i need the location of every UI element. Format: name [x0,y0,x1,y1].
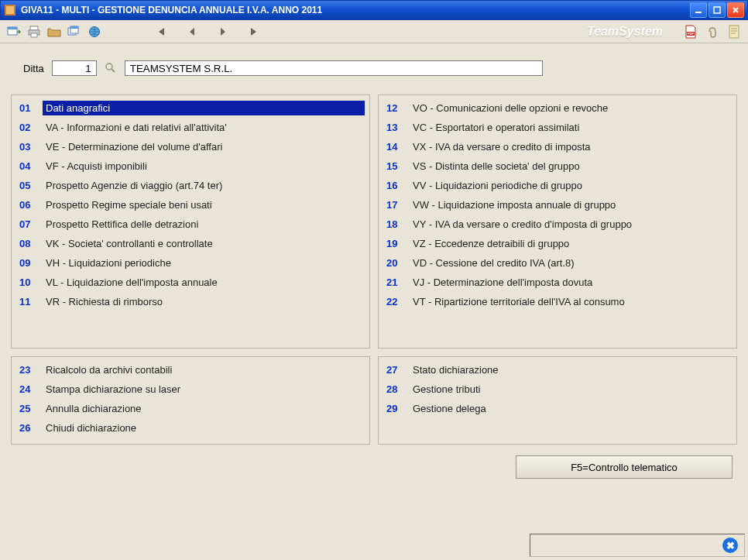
menu-item-number: 17 [383,199,410,211]
menu-item-label: Prospetto Agenzie di viaggio (art.74 ter… [43,178,365,193]
note-icon[interactable] [726,24,742,40]
menu-item-06[interactable]: 06Prospetto Regime speciale beni usati [16,195,365,215]
maximize-button[interactable] [709,2,726,18]
menu-item-05[interactable]: 05Prospetto Agenzie di viaggio (art.74 t… [16,176,365,195]
ditta-label: Ditta [23,63,44,74]
menu-item-label: VA - Informazioni e dati relativi all'at… [43,120,365,135]
menu-item-number: 08 [16,238,43,249]
svg-rect-8 [31,33,37,37]
print-icon[interactable] [26,24,42,40]
pdf-icon[interactable]: PDF [683,24,698,40]
brand-logo: TeamSystem [265,25,678,39]
svg-rect-3 [714,7,720,13]
menu-item-04[interactable]: 04VF - Acquisti imponibili [16,156,365,176]
nav-next-icon[interactable] [217,26,229,38]
menu-item-08[interactable]: 08VK - Societa' controllanti e controlla… [16,234,365,253]
app-icon [4,4,16,16]
menu-item-07[interactable]: 07Prospetto Rettifica delle detrazioni [16,215,365,234]
svg-text:PDF: PDF [688,32,695,36]
menu-item-18[interactable]: 18VY - IVA da versare o credito d'impost… [383,215,732,234]
nav-first-icon[interactable] [155,26,167,38]
menu-item-24[interactable]: 24Stampa dichiarazione su laser [16,380,365,399]
menu-item-02[interactable]: 02VA - Informazioni e dati relativi all'… [16,118,365,137]
menu-item-label: Chiudi dichiarazione [43,421,365,435]
menu-item-23[interactable]: 23Ricalcolo da archivi contabili [16,360,365,380]
menu-item-28[interactable]: 28Gestione tributi [383,380,732,399]
windows-icon[interactable] [67,24,82,40]
globe-icon[interactable] [87,24,102,40]
menu-item-03[interactable]: 03VE - Determinazione del volume d'affar… [16,137,365,156]
svg-point-16 [106,64,112,70]
window-title: GIVA11 - MULTI - GESTIONE DENUNCIA ANNUA… [21,5,690,15]
menu-item-number: 20 [383,257,410,269]
menu-item-17[interactable]: 17VW - Liquidazione imposta annuale di g… [383,195,732,215]
menu-item-number: 03 [16,141,43,153]
menu-item-number: 04 [16,160,43,172]
menu-item-label: VE - Determinazione del volume d'affari [43,139,365,154]
svg-rect-11 [70,26,78,29]
menu-item-number: 02 [16,122,43,133]
menu-item-label: VK - Societa' controllanti e controllate [43,236,365,251]
menu-item-number: 06 [16,199,43,211]
menu-item-label: VZ - Eccedenze detraibili di gruppo [410,236,732,251]
menu-item-13[interactable]: 13VC - Esportatori e operatori assimilat… [383,118,732,137]
menu-item-number: 13 [383,122,410,133]
menu-item-label: VJ - Determinazione dell'imposta dovuta [410,275,732,290]
menu-item-10[interactable]: 10VL - Liquidazione dell'imposta annuale [16,273,365,292]
menu-panel-bottom-right: 27Stato dichiarazione28Gestione tributi2… [378,356,737,445]
menu-item-number: 18 [383,218,410,230]
menu-item-29[interactable]: 29Gestione delega [383,399,732,418]
menu-item-22[interactable]: 22VT - Ripartizione territoriale dell'IV… [383,292,732,311]
svg-rect-1 [6,6,14,14]
menu-item-label: VO - Comunicazioni delle opzioni e revoc… [410,101,732,115]
menu-item-15[interactable]: 15VS - Distinta delle societa' del grupp… [383,156,732,176]
menu-item-number: 16 [383,180,410,191]
menu-item-label: Stato dichiarazione [410,362,732,377]
menu-item-number: 07 [16,218,43,230]
menu-item-number: 27 [383,364,410,376]
menu-item-number: 25 [16,403,43,414]
menu-item-21[interactable]: 21VJ - Determinazione dell'imposta dovut… [383,273,732,292]
menu-item-12[interactable]: 12VO - Comunicazioni delle opzioni e rev… [383,98,732,118]
toolbar: TeamSystem PDF [0,20,748,43]
menu-item-label: VL - Liquidazione dell'imposta annuale [43,275,365,290]
menu-item-25[interactable]: 25Annulla dichiarazione [16,399,365,418]
menu-item-label: VS - Distinta delle societa' del gruppo [410,159,732,173]
menu-item-label: Dati anagrafici [43,101,365,115]
menu-item-14[interactable]: 14VX - IVA da versare o credito di impos… [383,137,732,156]
menu-item-number: 24 [16,383,43,395]
svg-rect-2 [695,12,702,13]
close-button[interactable] [727,2,744,18]
menu-panel-bottom-left: 23Ricalcolo da archivi contabili24Stampa… [11,356,370,445]
menu-item-number: 22 [383,296,410,307]
ditta-code-input[interactable] [52,60,97,76]
new-window-icon[interactable] [6,24,22,40]
menu-item-16[interactable]: 16VV - Liquidazioni periodiche di gruppo [383,176,732,195]
controllo-telematico-button[interactable]: F5=Controllo telematico [516,455,733,479]
menu-panel-top-left: 01Dati anagrafici02VA - Informazioni e d… [11,94,370,349]
menu-item-label: VY - IVA da versare o credito d'imposta … [410,217,732,232]
status-inset: ✖ [530,534,745,557]
menu-item-26[interactable]: 26Chiudi dichiarazione [16,418,365,438]
svg-rect-15 [729,26,739,38]
nav-last-icon[interactable] [248,26,260,38]
menu-item-number: 12 [383,102,410,114]
menu-item-number: 28 [383,383,410,395]
menu-item-number: 09 [16,257,43,269]
menu-item-number: 11 [16,296,43,307]
nav-prev-icon[interactable] [186,26,198,38]
menu-item-20[interactable]: 20VD - Cessione del credito IVA (art.8) [383,253,732,273]
menu-item-27[interactable]: 27Stato dichiarazione [383,360,732,380]
menu-item-19[interactable]: 19VZ - Eccedenze detraibili di gruppo [383,234,732,253]
clip-icon[interactable] [705,24,720,40]
search-icon[interactable] [105,62,117,74]
menu-item-01[interactable]: 01Dati anagrafici [16,98,365,118]
ditta-name-input[interactable] [125,60,543,76]
menu-item-09[interactable]: 09VH - Liquidazioni periodiche [16,253,365,273]
menu-item-11[interactable]: 11VR - Richiesta di rimborso [16,292,365,311]
minimize-button[interactable] [690,2,707,18]
menu-item-number: 29 [383,403,410,414]
folder-icon[interactable] [46,24,62,40]
menu-item-label: VD - Cessione del credito IVA (art.8) [410,256,732,270]
status-close-icon[interactable]: ✖ [722,538,738,553]
